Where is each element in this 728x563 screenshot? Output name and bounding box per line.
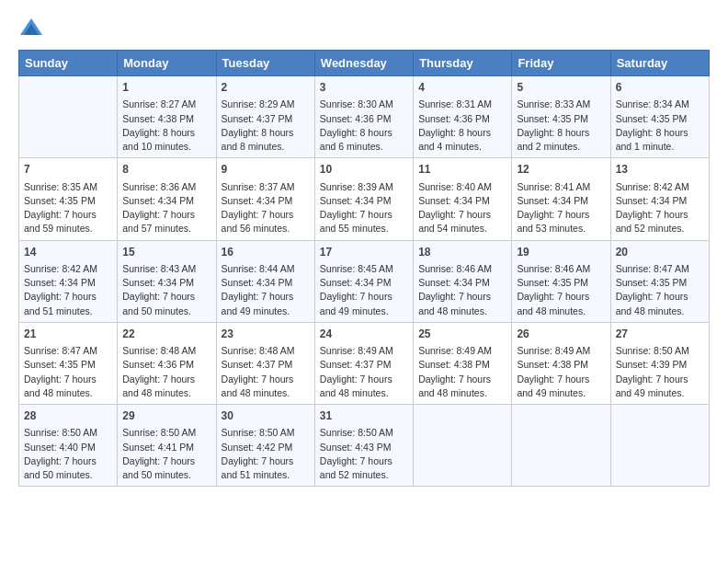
day-number: 20	[616, 245, 704, 260]
weekday-header-wednesday: Wednesday	[314, 51, 413, 76]
calendar-cell: 10Sunrise: 8:39 AM Sunset: 4:34 PM Dayli…	[314, 158, 413, 240]
day-number: 27	[616, 327, 704, 342]
day-number: 26	[517, 327, 605, 342]
calendar-cell: 5Sunrise: 8:33 AM Sunset: 4:35 PM Daylig…	[512, 76, 610, 158]
day-info: Sunrise: 8:48 AM Sunset: 4:36 PM Dayligh…	[122, 344, 210, 400]
calendar-cell	[19, 76, 118, 158]
day-info: Sunrise: 8:49 AM Sunset: 4:37 PM Dayligh…	[320, 344, 408, 400]
day-number: 24	[320, 327, 408, 342]
calendar-cell: 3Sunrise: 8:30 AM Sunset: 4:36 PM Daylig…	[314, 76, 413, 158]
day-info: Sunrise: 8:50 AM Sunset: 4:41 PM Dayligh…	[122, 426, 210, 482]
calendar-cell: 1Sunrise: 8:27 AM Sunset: 4:38 PM Daylig…	[118, 76, 216, 158]
day-number: 8	[122, 162, 210, 178]
weekday-header-row: SundayMondayTuesdayWednesdayThursdayFrid…	[19, 51, 710, 76]
day-info: Sunrise: 8:46 AM Sunset: 4:35 PM Dayligh…	[517, 262, 605, 318]
calendar-cell: 30Sunrise: 8:50 AM Sunset: 4:42 PM Dayli…	[216, 405, 314, 487]
calendar-cell: 20Sunrise: 8:47 AM Sunset: 4:35 PM Dayli…	[610, 240, 709, 322]
day-info: Sunrise: 8:49 AM Sunset: 4:38 PM Dayligh…	[418, 344, 506, 400]
weekday-header-tuesday: Tuesday	[216, 51, 314, 76]
week-row-1: 1Sunrise: 8:27 AM Sunset: 4:38 PM Daylig…	[19, 76, 710, 158]
header	[18, 15, 710, 40]
day-number: 15	[122, 245, 210, 260]
day-number: 4	[418, 80, 506, 96]
calendar-cell: 16Sunrise: 8:44 AM Sunset: 4:34 PM Dayli…	[216, 240, 314, 322]
day-number: 19	[517, 245, 605, 260]
day-info: Sunrise: 8:50 AM Sunset: 4:43 PM Dayligh…	[320, 426, 408, 482]
day-number: 18	[418, 245, 506, 260]
calendar-cell: 7Sunrise: 8:35 AM Sunset: 4:35 PM Daylig…	[19, 158, 118, 240]
day-number: 30	[222, 408, 310, 424]
day-number: 22	[122, 327, 210, 342]
week-row-5: 28Sunrise: 8:50 AM Sunset: 4:40 PM Dayli…	[19, 405, 710, 487]
day-number: 28	[24, 408, 112, 424]
day-number: 21	[24, 327, 112, 342]
calendar-cell: 14Sunrise: 8:42 AM Sunset: 4:34 PM Dayli…	[19, 240, 118, 322]
day-number: 6	[616, 80, 704, 96]
day-info: Sunrise: 8:27 AM Sunset: 4:38 PM Dayligh…	[122, 98, 210, 154]
weekday-header-thursday: Thursday	[414, 51, 512, 76]
day-number: 9	[222, 162, 310, 178]
day-info: Sunrise: 8:39 AM Sunset: 4:34 PM Dayligh…	[320, 180, 408, 236]
week-row-2: 7Sunrise: 8:35 AM Sunset: 4:35 PM Daylig…	[19, 158, 710, 240]
day-info: Sunrise: 8:47 AM Sunset: 4:35 PM Dayligh…	[616, 262, 704, 318]
calendar-cell	[610, 405, 709, 487]
day-info: Sunrise: 8:50 AM Sunset: 4:39 PM Dayligh…	[616, 344, 704, 400]
day-info: Sunrise: 8:37 AM Sunset: 4:34 PM Dayligh…	[222, 180, 310, 236]
calendar-cell: 4Sunrise: 8:31 AM Sunset: 4:36 PM Daylig…	[414, 76, 512, 158]
calendar-cell: 15Sunrise: 8:43 AM Sunset: 4:34 PM Dayli…	[118, 240, 216, 322]
day-info: Sunrise: 8:44 AM Sunset: 4:34 PM Dayligh…	[222, 262, 310, 318]
day-number: 23	[222, 327, 310, 342]
calendar-cell: 22Sunrise: 8:48 AM Sunset: 4:36 PM Dayli…	[118, 322, 216, 404]
calendar-cell: 9Sunrise: 8:37 AM Sunset: 4:34 PM Daylig…	[216, 158, 314, 240]
day-info: Sunrise: 8:35 AM Sunset: 4:35 PM Dayligh…	[24, 180, 112, 236]
day-number: 5	[517, 80, 605, 96]
weekday-header-saturday: Saturday	[610, 51, 709, 76]
day-number: 17	[320, 245, 408, 260]
day-info: Sunrise: 8:45 AM Sunset: 4:34 PM Dayligh…	[320, 262, 408, 318]
calendar-cell: 27Sunrise: 8:50 AM Sunset: 4:39 PM Dayli…	[610, 322, 709, 404]
calendar-cell: 18Sunrise: 8:46 AM Sunset: 4:34 PM Dayli…	[414, 240, 512, 322]
day-info: Sunrise: 8:50 AM Sunset: 4:42 PM Dayligh…	[222, 426, 310, 482]
day-number: 25	[418, 327, 506, 342]
weekday-header-monday: Monday	[118, 51, 216, 76]
calendar-cell: 11Sunrise: 8:40 AM Sunset: 4:34 PM Dayli…	[414, 158, 512, 240]
calendar-cell	[414, 405, 512, 487]
calendar-table: SundayMondayTuesdayWednesdayThursdayFrid…	[18, 50, 710, 487]
day-info: Sunrise: 8:29 AM Sunset: 4:37 PM Dayligh…	[222, 98, 310, 154]
calendar-cell	[512, 405, 610, 487]
day-number: 11	[418, 162, 506, 178]
day-info: Sunrise: 8:40 AM Sunset: 4:34 PM Dayligh…	[418, 180, 506, 236]
day-info: Sunrise: 8:50 AM Sunset: 4:40 PM Dayligh…	[24, 426, 112, 482]
calendar-cell: 21Sunrise: 8:47 AM Sunset: 4:35 PM Dayli…	[19, 322, 118, 404]
calendar-cell: 23Sunrise: 8:48 AM Sunset: 4:37 PM Dayli…	[216, 322, 314, 404]
day-number: 12	[517, 162, 605, 178]
calendar-cell: 19Sunrise: 8:46 AM Sunset: 4:35 PM Dayli…	[512, 240, 610, 322]
day-info: Sunrise: 8:42 AM Sunset: 4:34 PM Dayligh…	[24, 262, 112, 318]
calendar-cell: 6Sunrise: 8:34 AM Sunset: 4:35 PM Daylig…	[610, 76, 709, 158]
day-info: Sunrise: 8:30 AM Sunset: 4:36 PM Dayligh…	[320, 98, 408, 154]
calendar-cell: 13Sunrise: 8:42 AM Sunset: 4:34 PM Dayli…	[610, 158, 709, 240]
day-number: 1	[122, 80, 210, 96]
day-info: Sunrise: 8:41 AM Sunset: 4:34 PM Dayligh…	[517, 180, 605, 236]
day-info: Sunrise: 8:34 AM Sunset: 4:35 PM Dayligh…	[616, 98, 704, 154]
calendar-cell: 12Sunrise: 8:41 AM Sunset: 4:34 PM Dayli…	[512, 158, 610, 240]
calendar-cell: 17Sunrise: 8:45 AM Sunset: 4:34 PM Dayli…	[314, 240, 413, 322]
calendar-cell: 29Sunrise: 8:50 AM Sunset: 4:41 PM Dayli…	[118, 405, 216, 487]
day-number: 16	[222, 245, 310, 260]
day-number: 3	[320, 80, 408, 96]
weekday-header-sunday: Sunday	[19, 51, 118, 76]
day-info: Sunrise: 8:33 AM Sunset: 4:35 PM Dayligh…	[517, 98, 605, 154]
calendar-cell: 25Sunrise: 8:49 AM Sunset: 4:38 PM Dayli…	[414, 322, 512, 404]
day-info: Sunrise: 8:36 AM Sunset: 4:34 PM Dayligh…	[122, 180, 210, 236]
day-number: 29	[122, 408, 210, 424]
day-number: 13	[616, 162, 704, 178]
day-number: 31	[320, 408, 408, 424]
day-number: 7	[24, 162, 112, 178]
week-row-3: 14Sunrise: 8:42 AM Sunset: 4:34 PM Dayli…	[19, 240, 710, 322]
day-info: Sunrise: 8:31 AM Sunset: 4:36 PM Dayligh…	[418, 98, 506, 154]
calendar-cell: 24Sunrise: 8:49 AM Sunset: 4:37 PM Dayli…	[314, 322, 413, 404]
weekday-header-friday: Friday	[512, 51, 610, 76]
logo-icon	[18, 15, 44, 40]
week-row-4: 21Sunrise: 8:47 AM Sunset: 4:35 PM Dayli…	[19, 322, 710, 404]
logo	[18, 15, 50, 40]
